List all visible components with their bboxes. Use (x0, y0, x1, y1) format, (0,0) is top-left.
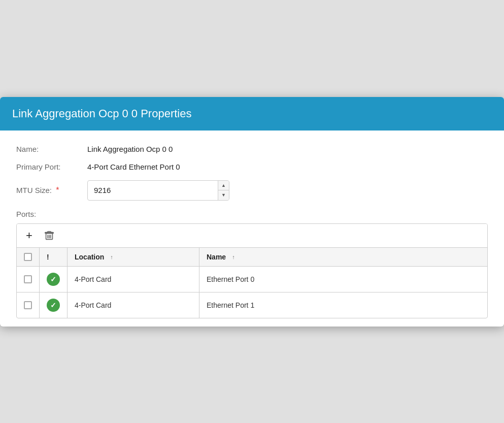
mtu-spin-down-button[interactable]: ▼ (218, 190, 229, 200)
mtu-required-star: * (56, 186, 59, 194)
th-checkbox (17, 248, 40, 267)
row-checkbox-0[interactable] (24, 275, 32, 283)
mtu-spin-up-button[interactable]: ▲ (218, 181, 229, 191)
ports-label: Ports: (16, 210, 488, 218)
name-label: Name: (16, 145, 87, 153)
name-value: Link Aggregation Ocp 0 0 (87, 145, 173, 153)
status-ok-icon: ✓ (47, 273, 60, 286)
mtu-size-input[interactable] (88, 182, 218, 199)
delete-port-button[interactable] (42, 229, 57, 242)
primary-port-label: Primary Port: (16, 162, 87, 171)
mtu-spin-buttons: ▲ ▼ (218, 181, 229, 200)
dialog-body: Name: Link Aggregation Ocp 0 0 Primary P… (0, 131, 504, 327)
ports-table-container: + (16, 223, 488, 318)
row-checkbox-1[interactable] (24, 301, 32, 309)
row-name-cell: Ethernet Port 0 (199, 266, 488, 292)
row-name-cell: Ethernet Port 1 (199, 292, 488, 318)
table-header-row: ! Location ↑ Name ↑ (17, 248, 487, 267)
th-status: ! (40, 248, 68, 267)
th-location-label: Location (75, 253, 104, 261)
select-all-checkbox[interactable] (24, 253, 32, 261)
ports-toolbar: + (17, 224, 487, 248)
primary-port-row: Primary Port: 4-Port Card Ethernet Port … (16, 162, 488, 171)
row-status-cell: ✓ (40, 292, 68, 318)
th-status-label: ! (47, 253, 49, 261)
table-row: ✓4-Port CardEthernet Port 1 (17, 292, 487, 318)
name-row: Name: Link Aggregation Ocp 0 0 (16, 145, 488, 153)
dialog-header: Link Aggregation Ocp 0 0 Properties (0, 97, 504, 131)
dialog-title: Link Aggregation Ocp 0 0 Properties (12, 107, 492, 120)
add-port-button[interactable]: + (24, 229, 35, 242)
status-ok-icon: ✓ (47, 299, 60, 312)
row-checkbox-cell (17, 292, 40, 318)
ports-table: ! Location ↑ Name ↑ (17, 248, 487, 318)
row-location-cell: 4-Port Card (68, 292, 199, 318)
row-status-cell: ✓ (40, 266, 68, 292)
row-location-cell: 4-Port Card (68, 266, 199, 292)
th-name-label: Name (207, 253, 226, 261)
mtu-input-wrapper: ▲ ▼ (87, 180, 229, 201)
table-row: ✓4-Port CardEthernet Port 0 (17, 266, 487, 292)
location-sort-icon: ↑ (110, 254, 113, 260)
primary-port-value: 4-Port Card Ethernet Port 0 (87, 162, 180, 171)
dialog-link-aggregation: Link Aggregation Ocp 0 0 Properties Name… (0, 97, 504, 327)
th-location[interactable]: Location ↑ (68, 248, 199, 267)
mtu-size-row: MTU Size: * ▲ ▼ (16, 180, 488, 201)
name-sort-icon: ↑ (232, 254, 235, 260)
trash-icon (44, 230, 55, 241)
th-name[interactable]: Name ↑ (199, 248, 488, 267)
row-checkbox-cell (17, 266, 40, 292)
mtu-size-label: MTU Size: * (16, 186, 87, 195)
